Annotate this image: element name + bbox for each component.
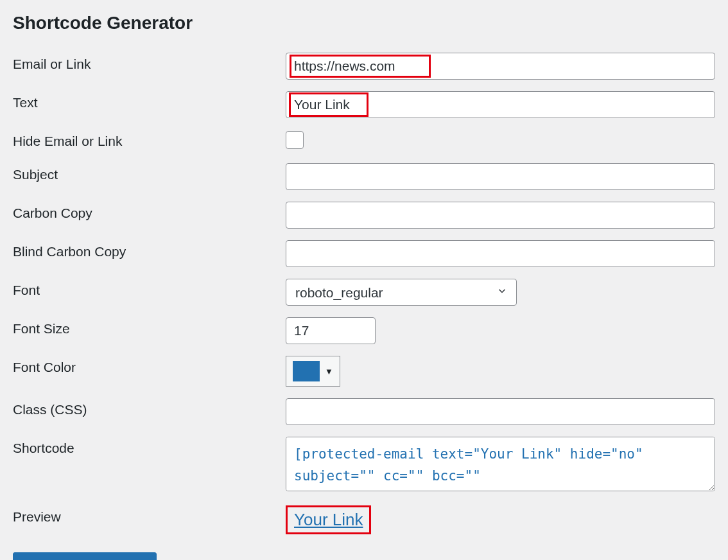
row-bcc: Blind Carbon Copy [13, 240, 715, 267]
email-or-link-input[interactable] [286, 53, 715, 80]
label-font-size: Font Size [13, 317, 286, 337]
label-hide: Hide Email or Link [13, 130, 286, 149]
hide-checkbox[interactable] [286, 131, 304, 149]
font-color-picker[interactable]: ▼ [286, 356, 340, 387]
color-swatch [293, 361, 320, 381]
page-title: Shortcode Generator [13, 13, 715, 33]
row-preview: Preview Your Link [13, 505, 715, 534]
row-hide: Hide Email or Link [13, 130, 715, 152]
highlight-preview: Your Link [286, 505, 371, 534]
label-class: Class (CSS) [13, 398, 286, 417]
cc-input[interactable] [286, 202, 715, 229]
row-shortcode: Shortcode [13, 437, 715, 494]
row-font-size: Font Size [13, 317, 715, 344]
font-size-input[interactable] [286, 317, 376, 344]
row-font-color: Font Color ▼ [13, 356, 715, 387]
preview-link[interactable]: Your Link [294, 510, 363, 529]
row-font: Font roboto_regular [13, 279, 715, 306]
subject-input[interactable] [286, 163, 715, 190]
label-font-color: Font Color [13, 356, 286, 375]
label-shortcode: Shortcode [13, 437, 286, 456]
label-text: Text [13, 91, 286, 110]
label-cc: Carbon Copy [13, 202, 286, 221]
shortcode-output[interactable] [286, 437, 715, 491]
caret-down-icon: ▼ [325, 367, 333, 376]
row-class: Class (CSS) [13, 398, 715, 425]
text-input[interactable] [286, 91, 715, 118]
label-email-or-link: Email or Link [13, 53, 286, 72]
add-shortcode-button[interactable]: Add New Shortcode [13, 552, 157, 560]
font-select[interactable]: roboto_regular [286, 279, 517, 306]
label-font: Font [13, 279, 286, 298]
row-email-or-link: Email or Link [13, 53, 715, 80]
label-preview: Preview [13, 505, 286, 525]
row-text: Text [13, 91, 715, 118]
bcc-input[interactable] [286, 240, 715, 267]
row-cc: Carbon Copy [13, 202, 715, 229]
row-subject: Subject [13, 163, 715, 190]
class-input[interactable] [286, 398, 715, 425]
label-bcc: Blind Carbon Copy [13, 240, 286, 259]
label-subject: Subject [13, 163, 286, 182]
